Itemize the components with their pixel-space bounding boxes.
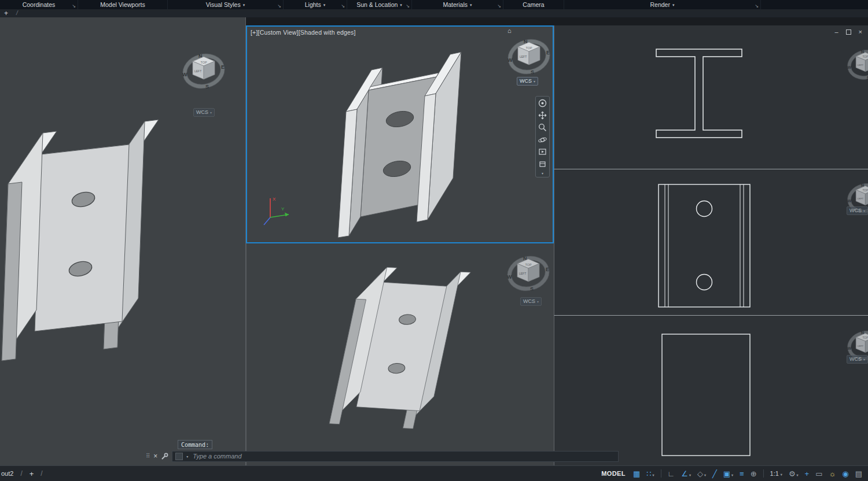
close-button[interactable]: × — [859, 29, 862, 35]
workspace-switching-button[interactable]: ⚙▾ — [789, 470, 799, 478]
chevron-down-icon: ▾ — [534, 80, 535, 83]
viewport-left-iso[interactable]: WCS ▾ — [0, 17, 246, 465]
wireframe-plate-side[interactable] — [662, 334, 750, 456]
navbar-expand-icon[interactable]: ▾ — [542, 172, 543, 175]
ribbon-panel-visual-styles[interactable]: Visual Styles ▾ ↘ — [168, 0, 284, 9]
wcs-dropdown[interactable]: WCS ▾ — [517, 77, 538, 86]
recent-commands-icon[interactable] — [175, 453, 183, 460]
panel-label: Render — [650, 1, 670, 8]
viewport-active-custom-view[interactable]: X Y [+][Custom View][Shaded with edges] … — [246, 25, 554, 243]
chevron-down-icon: ▾ — [210, 111, 212, 114]
grid-display-toggle[interactable]: ▦ — [633, 470, 640, 478]
panel-launcher-icon[interactable]: ↘ — [341, 4, 345, 9]
panel-launcher-icon[interactable]: ↘ — [406, 4, 410, 9]
viewport-top-wireframe[interactable]: WCS ▾ — [554, 169, 868, 315]
wcs-dropdown[interactable]: WCS ▾ — [847, 355, 868, 364]
navigation-bar: ▾ — [535, 96, 550, 177]
customize-wrench-icon[interactable] — [161, 453, 168, 460]
annotation-monitor-button[interactable]: + — [805, 470, 810, 478]
chevron-down-icon[interactable]: ▾ — [400, 3, 402, 7]
ribbon-panel-lights[interactable]: Lights ▾ ↘ — [284, 0, 347, 9]
viewport-side-wireframe[interactable]: WCS ▾ — [554, 315, 868, 465]
ribbon-panel-sun-location[interactable]: Sun & Location ▾ ↘ — [347, 0, 412, 9]
command-input[interactable] — [192, 452, 615, 460]
viewcube[interactable] — [844, 46, 868, 83]
viewport-bottom-iso[interactable]: WCS ▾ — [246, 243, 554, 465]
lineweight-toggle[interactable]: ≡ — [740, 470, 744, 478]
dynamic-input-toggle[interactable]: ⊕ — [751, 470, 757, 478]
new-drawing-tab-button[interactable]: + — [4, 9, 8, 17]
showmotion-button[interactable] — [538, 147, 547, 156]
viewport-front-wireframe[interactable]: – × — [554, 25, 868, 169]
chevron-down-icon[interactable]: ▾ — [672, 3, 675, 7]
panel-launcher-icon[interactable]: ↘ — [755, 4, 759, 9]
panel-launcher-icon[interactable]: ↘ — [277, 4, 281, 9]
snap-mode-toggle[interactable]: ∷▾ — [646, 470, 654, 478]
viewcube-home-icon[interactable]: ⌂ — [507, 28, 512, 34]
panel-label: Camera — [523, 1, 544, 8]
quick-properties-toggle[interactable]: ▭ — [815, 470, 822, 478]
full-navigation-wheel-button[interactable] — [538, 99, 547, 108]
wireframe-plate-top[interactable] — [659, 184, 750, 307]
chevron-down-icon[interactable]: ▾ — [186, 454, 188, 458]
command-prompt-label: Command: — [178, 440, 212, 449]
restore-button[interactable] — [846, 29, 851, 35]
command-window-close-icon[interactable]: × — [153, 453, 157, 460]
command-window-grip[interactable]: ⠿ — [146, 453, 150, 459]
statusbar-separator — [763, 469, 764, 478]
wcs-dropdown[interactable]: WCS ▾ — [847, 206, 868, 215]
chevron-down-icon[interactable]: ▾ — [243, 3, 245, 7]
wcs-label: WCS — [196, 110, 208, 115]
ribbon-panel-model-viewports[interactable]: Model Viewports — [78, 0, 168, 9]
hbeam-3d-model[interactable] — [329, 253, 470, 443]
viewcube[interactable] — [503, 252, 553, 295]
object-snap-toggle[interactable]: ▣▾ — [723, 470, 733, 478]
isodraft-toggle[interactable]: ◇▾ — [697, 470, 706, 478]
hbeam-3d-model[interactable] — [2, 120, 159, 361]
isolate-objects-button[interactable]: ☼ — [829, 470, 836, 478]
layout-tab-separator: / — [41, 469, 42, 478]
minimize-button[interactable]: – — [834, 29, 838, 35]
cube-tools-button[interactable] — [538, 160, 547, 168]
zoom-button[interactable] — [538, 123, 547, 132]
ribbon-panel-bar: Coordinates ↘ Model Viewports Visual Sty… — [0, 0, 868, 9]
wireframe-ibeam-front[interactable] — [656, 49, 742, 138]
ucs-icon[interactable]: X Y — [264, 197, 289, 225]
layout-tab-separator: / — [20, 469, 22, 478]
window-controls: – × — [834, 29, 862, 35]
object-snap-tracking-toggle[interactable]: ╱ — [712, 470, 717, 478]
viewport-controls-label[interactable]: [+][Custom View][Shaded with edges] — [251, 29, 356, 36]
orbit-button[interactable] — [538, 135, 547, 144]
ucs-y-label: Y — [281, 206, 285, 212]
pan-hand-button[interactable] — [538, 111, 547, 120]
ribbon-panel-coordinates[interactable]: Coordinates ↘ — [0, 0, 78, 9]
customization-button[interactable]: ▤ — [855, 470, 862, 478]
hbeam-3d-model[interactable] — [338, 52, 461, 238]
annotation-scale-button[interactable]: 1:1▾ — [770, 470, 782, 477]
wcs-label: WCS — [849, 208, 862, 213]
chevron-down-icon[interactable]: ▾ — [323, 3, 326, 7]
command-line-bar[interactable]: ▾ — [172, 451, 619, 462]
ribbon-panel-camera[interactable]: Camera — [503, 0, 564, 9]
model-space-button[interactable]: MODEL — [601, 470, 626, 477]
panel-launcher-icon[interactable]: ↘ — [497, 4, 501, 9]
viewcube[interactable] — [504, 35, 553, 79]
wcs-dropdown[interactable]: WCS ▾ — [520, 297, 542, 306]
panel-label: Coordinates — [23, 1, 56, 8]
viewcube[interactable] — [179, 50, 228, 93]
chevron-down-icon[interactable]: ▾ — [470, 3, 472, 7]
wcs-label: WCS — [849, 357, 862, 362]
new-layout-button[interactable]: + — [30, 469, 34, 478]
panel-label: Materials — [443, 1, 468, 8]
polar-tracking-toggle[interactable]: ∠▾ — [681, 470, 691, 478]
statusbar-separator — [661, 469, 661, 478]
ribbon-panel-materials[interactable]: Materials ▾ ↘ — [412, 0, 503, 9]
ortho-toggle[interactable]: ∟ — [668, 470, 675, 478]
layout-tab[interactable]: out2 — [1, 470, 13, 477]
panel-launcher-icon[interactable]: ↘ — [72, 4, 76, 9]
wcs-dropdown[interactable]: WCS ▾ — [193, 108, 215, 117]
graphics-performance-toggle[interactable]: ◉ — [842, 470, 848, 478]
drawing-canvas: WCS ▾ — [0, 17, 868, 465]
ribbon-panel-render[interactable]: Render ▾ ↘ — [564, 0, 761, 9]
panel-label: Lights — [305, 1, 321, 8]
